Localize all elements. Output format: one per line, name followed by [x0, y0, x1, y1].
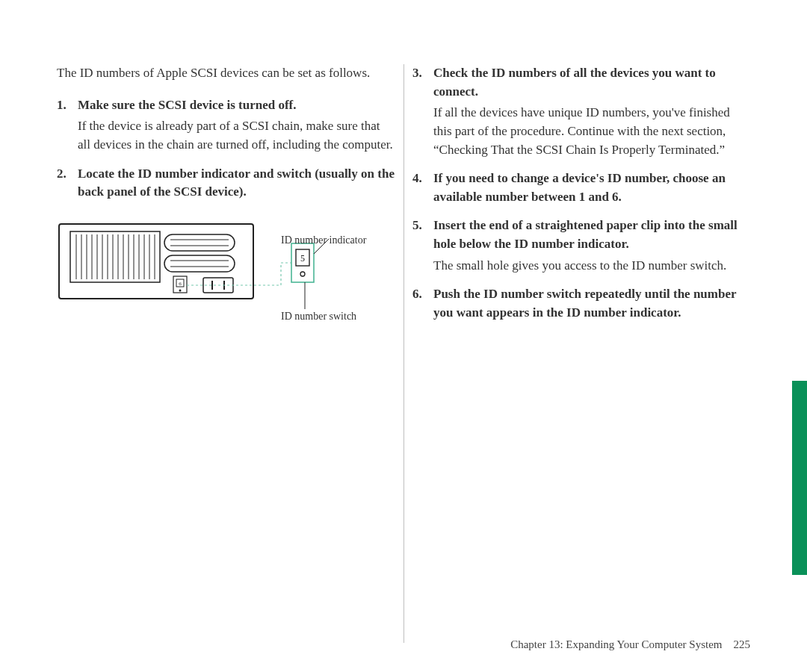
callout-indicator-value: 5 [300, 253, 305, 264]
step-6: 6. Push the ID number switch repeatedly … [412, 285, 750, 322]
step-4: 4. If you need to change a device's ID n… [412, 169, 750, 206]
thumb-index-tab [792, 381, 807, 575]
step-title: Insert the end of a straightened paper c… [433, 218, 738, 251]
svg-point-32 [300, 272, 305, 276]
page-container: The ID numbers of Apple SCSI devices can… [0, 0, 807, 672]
label-id-switch: ID number switch [281, 311, 356, 323]
step-title: Check the ID numbers of all the devices … [433, 66, 716, 99]
step-body: If all the devices have unique ID number… [433, 104, 750, 159]
step-5: 5. Insert the end of a straightened pape… [412, 217, 750, 275]
page-number: 225 [734, 638, 751, 650]
svg-rect-19 [164, 255, 235, 272]
step-1: 1. Make sure the SCSI device is turned o… [57, 96, 395, 155]
step-number: 6. [412, 285, 422, 304]
svg-point-26 [179, 289, 182, 291]
step-title: Push the ID number switch repeatedly unt… [433, 287, 736, 320]
page-footer: Chapter 13: Expanding Your Computer Syst… [510, 638, 750, 651]
step-2: 2. Locate the ID number indicator and sw… [57, 165, 395, 202]
scsi-device-diagram: 6 5 ID n [57, 220, 401, 354]
step-number: 1. [57, 96, 67, 115]
step-3: 3. Check the ID numbers of all the devic… [412, 64, 750, 159]
content-area: The ID numbers of Apple SCSI devices can… [57, 64, 750, 354]
left-column: The ID numbers of Apple SCSI devices can… [57, 64, 395, 354]
step-title: If you need to change a device's ID numb… [433, 171, 726, 204]
step-body: The small hole gives you access to the I… [433, 257, 750, 276]
step-number: 5. [412, 217, 422, 235]
step-number: 2. [57, 165, 67, 184]
svg-rect-18 [164, 234, 235, 251]
step-body: If the device is already part of a SCSI … [78, 117, 395, 154]
chapter-label: Chapter 13: Expanding Your Computer Syst… [510, 638, 722, 650]
step-title: Locate the ID number indicator and switc… [78, 167, 395, 199]
right-column: 3. Check the ID numbers of all the devic… [412, 64, 750, 354]
step-title: Make sure the SCSI device is turned off. [78, 98, 296, 112]
id-indicator-value: 6 [179, 281, 182, 287]
step-number: 3. [412, 64, 422, 83]
intro-text: The ID numbers of Apple SCSI devices can… [57, 64, 395, 83]
step-number: 4. [412, 169, 422, 188]
svg-rect-1 [70, 231, 160, 282]
label-id-indicator: ID number indicator [281, 234, 366, 246]
